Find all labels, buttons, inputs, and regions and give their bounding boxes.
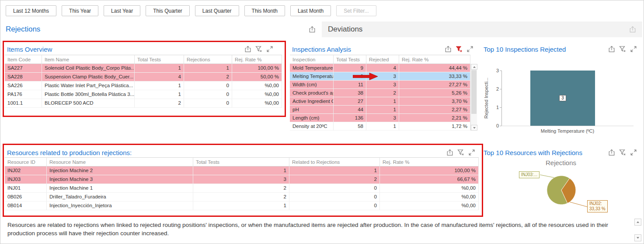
- export-icon[interactable]: [309, 26, 316, 33]
- pie-label-inj02[interactable]: INJ02: 33,33 %: [587, 200, 608, 212]
- filter-last-year[interactable]: Last Year: [104, 5, 140, 16]
- tick-mark: [500, 107, 501, 108]
- rejections-title: Rejections: [6, 25, 40, 34]
- tab-rejections[interactable]: Rejections: [0, 21, 322, 37]
- pie-connector: [540, 175, 554, 177]
- deviations-title: Deviations: [328, 25, 362, 34]
- scrollbar-thumb[interactable]: [471, 70, 477, 114]
- filter-this-quarter[interactable]: This Quarter: [146, 5, 190, 16]
- expand-icon[interactable]: [466, 46, 473, 53]
- table-row[interactable]: SA227 Solenoid Coil Plastic Body_Corpo P…: [5, 64, 282, 73]
- export-icon[interactable]: [446, 149, 453, 156]
- panel-top-resources-rejections: Top 10 Resources with Rejections Rejecti…: [481, 146, 641, 216]
- scroll-down-button[interactable]: [471, 125, 477, 131]
- table-row[interactable]: PA176 Plastic Bottle 300ml_Botella Plást…: [5, 90, 282, 99]
- table-row[interactable]: Mold Temperature (ºC) 9 4 44,44 %: [290, 64, 470, 72]
- table-row[interactable]: SA228 Suspension Clamp Plastic Body_Cuer…: [5, 73, 282, 81]
- up-arrow-icon: [473, 66, 476, 68]
- scrollbar[interactable]: [470, 64, 477, 131]
- panel-top-inspections-rejected: Top 10 Inspections Rejected Rejected Ins…: [481, 42, 641, 138]
- table-row[interactable]: INJ02 Injection Machine 2 1 1 100,00 %: [5, 166, 479, 175]
- table-header: Item Code Item Name Total Tests Rejectio…: [5, 55, 282, 64]
- table-row[interactable]: Check product's appea... 38 2 5,26 %: [290, 89, 470, 97]
- expand-icon[interactable]: [266, 46, 273, 53]
- export-icon[interactable]: [608, 46, 615, 53]
- table-header: Inspection Total Tests Rejected Rej. Rat…: [290, 55, 470, 64]
- filter-this-month[interactable]: This Month: [244, 5, 285, 16]
- pie-connector: [570, 202, 587, 207]
- filter-this-year[interactable]: This Year: [62, 5, 98, 16]
- table-row[interactable]: 1001.1 BLORECEP 500 ACD 2 0 %0,00: [5, 99, 282, 108]
- table-row[interactable]: Density at 20ºC 58 1 1,72 %: [290, 122, 470, 131]
- tab-deviations[interactable]: Deviations: [322, 21, 642, 37]
- table-row[interactable]: pH 44 1 2,27 %: [290, 106, 470, 114]
- table-row[interactable]: INJ03 Injection Machine 3 3 2 66,67 %: [5, 175, 479, 184]
- scroll-down-button[interactable]: [634, 234, 641, 241]
- filter-last-month[interactable]: Last Month: [290, 5, 331, 16]
- y-tick-label: 3: [492, 68, 499, 73]
- export-icon[interactable]: [629, 26, 636, 33]
- panel-items-overview: Items Overview Item Code Item Name Total…: [5, 42, 282, 113]
- table-row[interactable]: INJ01 Injection Machine 1 2 0 %0,00: [5, 184, 479, 193]
- table-row[interactable]: Width (cm) 11 3 27,27 %: [290, 81, 470, 89]
- footer-note: Resources are related to rejections when…: [7, 221, 630, 237]
- x-category-label: Melting Temperature (ºC): [501, 128, 634, 134]
- table-row[interactable]: Length (cm) 136 3 2,21 %: [290, 114, 470, 122]
- table-row[interactable]: 0B014 Injection_Inyección_Injetora 1 0 %…: [5, 202, 479, 210]
- export-icon[interactable]: [244, 46, 251, 53]
- export-icon[interactable]: [445, 46, 452, 53]
- down-arrow-icon: [473, 127, 476, 129]
- quality-dashboard: Last 12 Months This Year Last Year This …: [0, 0, 644, 244]
- y-axis: [501, 71, 502, 126]
- up-arrow-icon: [637, 221, 639, 223]
- tick-mark: [500, 89, 501, 89]
- y-tick-label: 2: [492, 86, 499, 92]
- bar-value-label: 3: [559, 95, 566, 101]
- scroll-up-button[interactable]: [471, 64, 477, 70]
- table-row[interactable]: SA226 Plastic Water Inlet Part_Peça Plás…: [5, 81, 282, 90]
- scroll-up-button[interactable]: [634, 219, 641, 226]
- filter-toolbar: Last 12 Months This Year Last Year This …: [6, 5, 376, 16]
- table-row[interactable]: 0B026 Driller_Taladro_Furadeira 2 0 %0,0…: [5, 193, 479, 202]
- expand-icon[interactable]: [468, 149, 475, 156]
- table-row-selected[interactable]: Melting Temperature (º... 9 3 33,33 %: [290, 72, 470, 81]
- y-axis-label: Rejected Inspecti...: [484, 69, 490, 127]
- panel-title: Inspections Analysis: [292, 46, 351, 53]
- down-arrow-icon: [637, 237, 639, 239]
- panel-title: Resources related to production rejectio…: [7, 149, 132, 156]
- x-axis: [501, 126, 634, 126]
- clear-filter-icon[interactable]: [457, 149, 464, 156]
- clear-filter-icon[interactable]: [619, 46, 626, 53]
- y-tick-label: 0: [492, 123, 499, 128]
- clear-filter-icon[interactable]: [456, 46, 463, 53]
- table-row[interactable]: Active Ingredient Conc... 27 1 3,70 %: [290, 97, 470, 106]
- pie-label-inj03[interactable]: INJ03:...: [519, 171, 540, 178]
- y-tick-label: 1: [492, 105, 499, 110]
- filter-last-12-months[interactable]: Last 12 Months: [6, 5, 56, 16]
- filter-last-quarter[interactable]: Last Quarter: [195, 5, 239, 16]
- panel-inspections-analysis: Inspections Analysis Inspection Total Te…: [290, 42, 477, 135]
- set-filter-button[interactable]: Set Filter...: [336, 5, 376, 16]
- pie-chart: [481, 146, 641, 216]
- tick-mark: [500, 71, 501, 71]
- clear-filter-icon[interactable]: [255, 46, 262, 53]
- panel-title: Top 10 Inspections Rejected: [484, 46, 566, 53]
- expand-icon[interactable]: [630, 46, 637, 53]
- table-header: Resource ID Resource Name Total Tests Re…: [5, 157, 479, 166]
- panel-title: Items Overview: [7, 46, 52, 53]
- panel-resources-rejections: Resources related to production rejectio…: [5, 146, 479, 212]
